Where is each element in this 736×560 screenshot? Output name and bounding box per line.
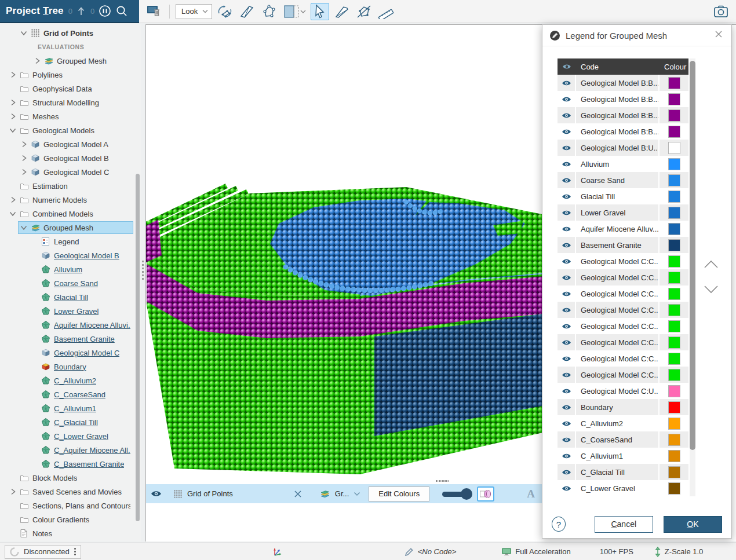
legend-code-cell[interactable]: C_Glacial Till bbox=[576, 464, 660, 480]
ok-button[interactable]: OK bbox=[664, 516, 722, 533]
text-labels-icon[interactable]: A bbox=[527, 488, 535, 500]
tree-item-boundary[interactable]: Boundary bbox=[0, 360, 141, 374]
legend-code-cell[interactable]: Geological Model C:C... bbox=[576, 269, 660, 286]
legend-code-cell[interactable]: Aquifer Miocene Alluv... bbox=[576, 221, 660, 237]
legend-code-cell[interactable]: Geological Model C:C... bbox=[576, 350, 660, 367]
search-icon[interactable] bbox=[115, 5, 128, 17]
shape-bar-grip[interactable] bbox=[436, 480, 449, 482]
tree-scrollbar[interactable] bbox=[135, 24, 140, 541]
row-visibility-eye-icon[interactable] bbox=[558, 399, 576, 415]
colour-swatch[interactable] bbox=[668, 401, 680, 413]
row-visibility-eye-icon[interactable] bbox=[558, 286, 576, 302]
camera-screenshot-button[interactable] bbox=[712, 3, 730, 20]
row-visibility-eye-icon[interactable] bbox=[558, 107, 576, 123]
expander-open-icon[interactable] bbox=[9, 210, 20, 218]
expander-closed-icon[interactable] bbox=[9, 112, 20, 120]
expander-open-icon[interactable] bbox=[20, 29, 31, 37]
legend-row[interactable]: Geological Model C:C... bbox=[558, 350, 688, 367]
polygon-edit-tool[interactable] bbox=[260, 3, 278, 20]
legend-colour-cell[interactable] bbox=[660, 434, 688, 446]
legend-colour-cell[interactable] bbox=[660, 77, 688, 89]
row-visibility-eye-icon[interactable] bbox=[558, 172, 576, 188]
legend-row[interactable]: Boundary bbox=[558, 399, 688, 415]
row-visibility-eye-icon[interactable] bbox=[558, 156, 576, 172]
select-tool[interactable] bbox=[311, 3, 329, 20]
colour-swatch[interactable] bbox=[668, 336, 680, 349]
colour-swatch[interactable] bbox=[668, 320, 680, 332]
tree-item-aquifer-miocene-alluvi-[interactable]: Aquifer Miocene Alluvi... bbox=[0, 318, 141, 332]
colour-swatch[interactable] bbox=[668, 223, 680, 235]
colour-swatch[interactable] bbox=[668, 255, 680, 268]
legend-colour-cell[interactable] bbox=[660, 109, 688, 122]
legend-row[interactable]: Glacial Till bbox=[558, 188, 688, 204]
colour-column-header[interactable]: Colour bbox=[660, 63, 688, 71]
rotate-slicer-tool[interactable] bbox=[216, 3, 234, 20]
legend-code-cell[interactable]: Geological Model B:B... bbox=[576, 107, 660, 123]
legend-row[interactable]: C_Lower Gravel bbox=[558, 480, 688, 496]
row-visibility-eye-icon[interactable] bbox=[558, 75, 576, 91]
tree-item-numeric-models[interactable]: Numeric Models bbox=[0, 193, 141, 207]
legend-code-cell[interactable]: C_Alluvium1 bbox=[576, 448, 660, 464]
tree-item-geological-model-c[interactable]: Geological Model C bbox=[0, 346, 141, 360]
legend-code-cell[interactable]: Boundary bbox=[576, 399, 660, 415]
tree-item-basement-granite[interactable]: Basement Granite bbox=[0, 332, 141, 346]
expander-closed-icon[interactable] bbox=[20, 140, 31, 148]
tree-item-meshes[interactable]: Meshes bbox=[0, 109, 141, 123]
colour-swatch[interactable] bbox=[668, 304, 680, 316]
expander-closed-icon[interactable] bbox=[9, 196, 20, 204]
row-visibility-eye-icon[interactable] bbox=[558, 480, 576, 496]
legend-scrollbar-thumb[interactable] bbox=[690, 61, 695, 450]
colour-swatch[interactable] bbox=[668, 272, 680, 284]
legend-row[interactable]: C_Alluvium1 bbox=[558, 448, 688, 464]
tree-item-glacial-till[interactable]: Glacial Till bbox=[0, 290, 141, 304]
legend-code-cell[interactable]: Geological Model C:C... bbox=[576, 286, 660, 302]
legend-colour-cell[interactable] bbox=[660, 207, 688, 219]
kebab-menu-icon[interactable] bbox=[74, 548, 76, 555]
legend-colour-cell[interactable] bbox=[660, 369, 688, 381]
expander-open-icon[interactable] bbox=[9, 126, 20, 134]
legend-colour-cell[interactable] bbox=[660, 385, 688, 397]
tree-item-geological-model-c[interactable]: Geological Model C bbox=[0, 165, 141, 179]
legend-colour-cell[interactable] bbox=[660, 450, 688, 462]
move-down-button[interactable] bbox=[701, 281, 721, 298]
row-visibility-eye-icon[interactable] bbox=[558, 188, 576, 204]
tree-scrollbar-thumb[interactable] bbox=[136, 174, 140, 521]
legend-colour-cell[interactable] bbox=[660, 353, 688, 365]
legend-colour-cell[interactable] bbox=[660, 223, 688, 235]
legend-code-cell[interactable]: Geological Model B:B... bbox=[576, 75, 660, 91]
row-visibility-eye-icon[interactable] bbox=[558, 269, 576, 286]
tree-item-block-models[interactable]: Block Models bbox=[0, 471, 141, 485]
legend-code-cell[interactable]: C_CoarseSand bbox=[576, 431, 660, 448]
legend-colour-cell[interactable] bbox=[660, 142, 688, 154]
legend-code-cell[interactable]: Lower Gravel bbox=[576, 204, 660, 221]
legend-row[interactable]: Geological Model C:C... bbox=[558, 253, 688, 269]
legend-colour-cell[interactable] bbox=[660, 126, 688, 138]
point-size-slider[interactable] bbox=[442, 488, 472, 500]
expander-open-icon[interactable] bbox=[20, 224, 31, 232]
tree-item-structural-modelling[interactable]: Structural Modelling bbox=[0, 96, 141, 109]
colour-swatch[interactable] bbox=[668, 369, 680, 381]
colour-swatch[interactable] bbox=[668, 191, 680, 203]
legend-colour-cell[interactable] bbox=[660, 174, 688, 186]
legend-code-cell[interactable]: C_Lower Gravel bbox=[576, 480, 660, 496]
pause-icon[interactable] bbox=[99, 5, 111, 17]
tree-item-saved-scenes-and-movies[interactable]: Saved Scenes and Movies bbox=[0, 485, 141, 499]
colour-swatch[interactable] bbox=[668, 207, 680, 219]
legend-row[interactable]: Geological Model B:B... bbox=[558, 91, 688, 107]
draw-slice-tool[interactable] bbox=[333, 3, 351, 20]
colour-swatch[interactable] bbox=[668, 385, 680, 397]
z-scale-indicator[interactable]: Z-Scale 1.0 bbox=[654, 547, 703, 557]
legend-colour-cell[interactable] bbox=[660, 401, 688, 413]
polyline-slice-tool[interactable] bbox=[355, 3, 373, 20]
tree-item-polylines[interactable]: Polylines bbox=[0, 68, 141, 82]
look-dropdown[interactable]: Look bbox=[176, 4, 212, 19]
legend-row[interactable]: Geological Model C:C... bbox=[558, 269, 688, 286]
colour-swatch[interactable] bbox=[668, 418, 680, 430]
legend-row[interactable]: Geological Model C:C... bbox=[558, 302, 688, 318]
edit-colours-button[interactable]: Edit Colours bbox=[369, 486, 429, 502]
colour-swatch[interactable] bbox=[668, 353, 680, 365]
legend-row[interactable]: Geological Model B:U... bbox=[558, 140, 688, 156]
row-visibility-eye-icon[interactable] bbox=[558, 415, 576, 431]
legend-code-cell[interactable]: Glacial Till bbox=[576, 188, 660, 204]
legend-colour-cell[interactable] bbox=[660, 418, 688, 430]
